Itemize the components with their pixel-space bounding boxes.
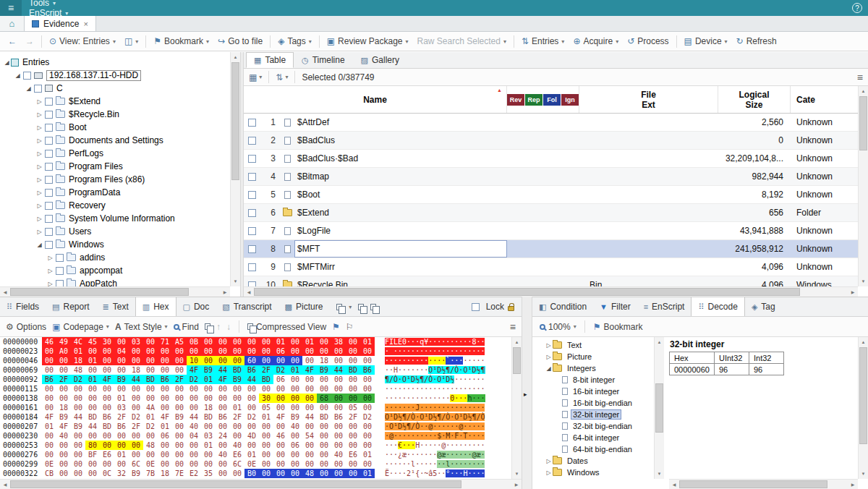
tree-checkbox[interactable] [45, 111, 53, 119]
tab-transcript[interactable]: ▧Transcript [216, 297, 278, 316]
bottom-splitter[interactable] [522, 297, 532, 489]
scrollbar-track[interactable] [231, 62, 240, 276]
scrollbar-thumb[interactable] [679, 480, 827, 488]
scroll-down-icon[interactable] [231, 276, 240, 286]
decode-item-32-bit-integer[interactable]: 32-bit integer [532, 409, 654, 420]
row-checkbox[interactable] [248, 209, 256, 217]
scroll-right-icon[interactable] [848, 480, 858, 489]
row-checkbox[interactable] [248, 227, 256, 235]
hex-row[interactable]: 000001844FB944BDB62FD2014FB944BDB62FD201… [0, 412, 511, 422]
scrollbar-track[interactable] [859, 347, 868, 469]
tree-item-programdata[interactable]: ProgramData [0, 186, 230, 199]
help-button[interactable]: ? [852, 3, 862, 13]
scroll-up-icon[interactable] [231, 52, 240, 62]
entries-button[interactable]: ⇅Entries▾ [518, 35, 568, 48]
scroll-down-icon[interactable] [512, 469, 522, 479]
decode-item-integers[interactable]: Integers [532, 362, 654, 374]
scroll-left-icon[interactable] [669, 480, 679, 489]
scroll-down-icon[interactable] [655, 469, 664, 479]
hex-row[interactable]: 00000207014FB944BDB62FD20100400000000000… [0, 422, 511, 431]
tree-item-recycle-bin[interactable]: $Recycle.Bin [0, 108, 230, 121]
table-row-attrdef[interactable]: 1$AttrDef2,560Unknown [244, 114, 858, 132]
next-icon[interactable] [226, 322, 231, 332]
decode-item-8-bit-integer[interactable]: 8-bit integer [532, 374, 654, 386]
column-flag-rev[interactable]: Rev [507, 94, 524, 106]
codepage-button[interactable]: Codepage▾ [52, 322, 109, 332]
table-row-mftmirr[interactable]: 9$MFTMirr4,096Unknown [244, 258, 858, 276]
decode-item-64-bit-big-endian[interactable]: 64-bit big-endian [532, 443, 654, 455]
tree-item-system-volume-information[interactable]: System Volume Information [0, 212, 230, 225]
expand-icon[interactable] [35, 137, 43, 144]
tags-button[interactable]: ◈Tags▾ [274, 35, 315, 48]
column-header-category[interactable]: Cate [791, 86, 858, 113]
tree-item-apppatch[interactable]: AppPatch [0, 277, 230, 286]
splitter-handle-icon[interactable] [524, 391, 527, 398]
scroll-up-icon[interactable] [512, 337, 522, 347]
scroll-left-icon[interactable] [0, 480, 10, 489]
column-header-name[interactable]: Name [244, 86, 507, 113]
row-checkbox[interactable] [248, 137, 256, 145]
scrollbar-thumb[interactable] [859, 347, 867, 444]
process-button[interactable]: ↺Process [624, 35, 672, 48]
hex-vertical-scrollbar[interactable] [511, 337, 522, 479]
hex-menu-icon[interactable] [510, 321, 516, 333]
chevron-down-icon[interactable]: ▾ [349, 304, 352, 310]
tree-item-extend[interactable]: $Extend [0, 95, 230, 108]
flag-icon[interactable] [332, 322, 340, 332]
scrollbar-thumb[interactable] [10, 480, 461, 488]
scroll-up-icon[interactable] [655, 337, 664, 347]
tab-text[interactable]: ≣Text [96, 297, 135, 316]
collapse-icon[interactable] [3, 59, 11, 66]
tree-checkbox[interactable] [45, 215, 53, 223]
expand-icon[interactable] [35, 216, 43, 222]
tab-decode[interactable]: ⠿Decode [691, 297, 744, 316]
collapse-icon[interactable] [25, 85, 33, 92]
scrollbar-thumb[interactable] [10, 288, 189, 296]
tree-item-windows[interactable]: Windows [0, 238, 230, 251]
table-row-boot[interactable]: 5$Boot8,192Unknown [244, 186, 858, 204]
row-checkbox[interactable] [248, 245, 256, 253]
options-button[interactable]: Options [6, 322, 46, 332]
decode-item-32-bit-big-endian[interactable]: 32-bit big-endian [532, 420, 654, 432]
split-view-button[interactable]: ◫▾ [121, 35, 142, 48]
sort-button[interactable]: ▾ [276, 72, 288, 82]
device-button[interactable]: ▤Device▾ [681, 35, 731, 48]
tree-checkbox[interactable] [45, 241, 53, 249]
tree-horizontal-scrollbar[interactable] [0, 286, 230, 297]
copy-icon[interactable] [205, 323, 210, 330]
view-tab-table[interactable]: ▦Table [246, 52, 294, 68]
tree-item-documents-and-settings[interactable]: Documents and Settings [0, 134, 230, 147]
scrollbar-track[interactable] [655, 347, 664, 469]
decode-tree-vertical-scrollbar[interactable] [654, 337, 664, 479]
table-row-logfile[interactable]: 7$LogFile43,941,888Unknown [244, 222, 858, 240]
tab-condition[interactable]: ◧Condition [532, 297, 593, 316]
forward-button[interactable]: → [22, 35, 38, 48]
hex-row[interactable]: 000002990E00000000006C0E00000000006C0E00… [0, 459, 511, 469]
back-button[interactable]: ← [4, 35, 20, 48]
scroll-left-icon[interactable] [0, 287, 10, 297]
expand-icon[interactable] [35, 150, 43, 157]
tree-item-192-168-137-11-0-hdd[interactable]: 192.168.137.11-0-HDD [0, 69, 230, 82]
column-header-logical-size[interactable]: Logical Size [718, 86, 791, 113]
tree-checkbox[interactable] [56, 267, 64, 275]
tree-checkbox[interactable] [45, 124, 53, 132]
hex-row[interactable]: 0000000046494C453000030071A50B0000000000… [0, 337, 511, 346]
row-checkbox[interactable] [248, 191, 256, 199]
tree-checkbox[interactable] [45, 176, 53, 184]
scroll-down-icon[interactable] [859, 469, 868, 479]
scrollbar-thumb[interactable] [859, 96, 867, 150]
column-flag-fol[interactable]: Fol [543, 94, 561, 106]
table-row-badclus[interactable]: 2$BadClus0Unknown [244, 132, 858, 150]
scrollbar-thumb[interactable] [254, 288, 800, 296]
menu-item-tools[interactable]: Tools▾ [22, 0, 149, 8]
decode-item-picture[interactable]: Picture [532, 351, 654, 362]
table-layout-button[interactable]: ▾ [249, 72, 262, 82]
scrollbar-track[interactable] [10, 287, 220, 297]
decode-item-text[interactable]: Text [532, 339, 654, 351]
scrollbar-track[interactable] [859, 96, 868, 276]
tree-item-appcompat[interactable]: appcompat [0, 264, 230, 277]
table-row-badclus-bad[interactable]: 3$BadClus·$Bad32,209,104,8...Unknown [244, 150, 858, 168]
scroll-down-icon[interactable] [859, 276, 868, 286]
tree-item-boot[interactable]: Boot [0, 121, 230, 134]
hex-row[interactable]: 0000013800000000000100000000000000000030… [0, 394, 511, 403]
